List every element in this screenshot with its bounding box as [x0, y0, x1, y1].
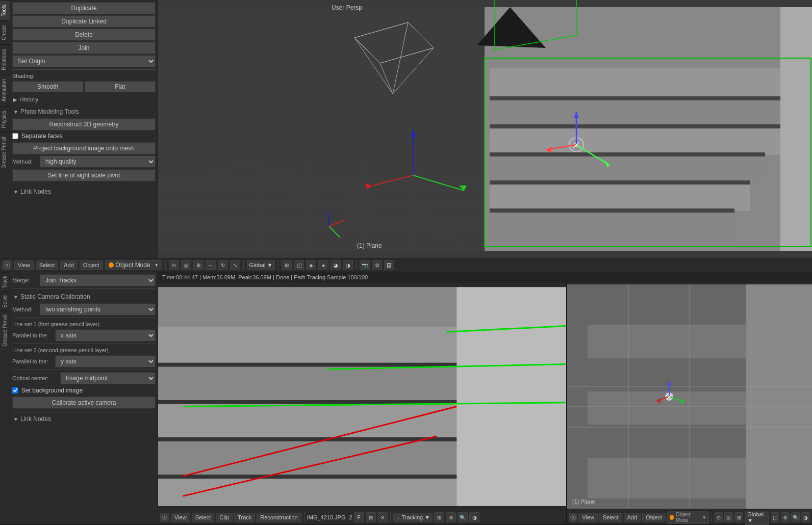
top-section: Tools Create Relations Animation Physics… — [0, 0, 812, 258]
static-camera-content: Method: two vanishing points one vanishi… — [12, 303, 156, 425]
tracking-icon-3[interactable]: ⊞ — [434, 512, 444, 522]
link-nodes-top[interactable]: ▼ Link Nodes — [12, 186, 156, 197]
separate-faces-checkbox[interactable] — [12, 133, 18, 139]
sidebar-tab-animation[interactable]: Animation — [0, 74, 10, 106]
add-btn-right[interactable]: Add — [624, 513, 641, 522]
settings-icon[interactable]: ⚙ — [372, 260, 382, 270]
material-icon[interactable]: ◕ — [331, 260, 341, 270]
transform-space-select[interactable]: Global ▼ — [247, 260, 275, 270]
xray-icon[interactable]: ◈ — [306, 260, 316, 270]
smooth-button[interactable]: Smooth — [12, 81, 84, 92]
parallel-select-1[interactable]: x axis y axis z axis — [55, 329, 156, 342]
calibrate-button[interactable]: Calibrate active camera — [12, 397, 156, 409]
set-background-checkbox[interactable] — [12, 387, 18, 393]
tab-grease-pencil[interactable]: Grease Pencil — [1, 311, 9, 350]
flat-button[interactable]: Flat — [85, 81, 156, 92]
mode-selector-right[interactable]: Object Mode ▼ — [667, 511, 709, 524]
merge-select[interactable]: Join Tracks — [40, 274, 156, 286]
viewport-bottom-left[interactable] — [158, 282, 567, 511]
duplicate-linked-button[interactable]: Duplicate Linked — [12, 15, 156, 28]
mode-selector[interactable]: Object Mode ▼ — [105, 260, 162, 270]
sidebar-tab-tools[interactable]: Tools — [0, 0, 10, 20]
tracking-icon-4[interactable]: ⚙ — [446, 512, 456, 522]
clip-btn-bottom[interactable]: Clip — [216, 513, 233, 522]
svg-rect-15 — [490, 127, 780, 155]
merge-label: Merge: — [12, 277, 38, 283]
object-menu[interactable]: Object — [80, 260, 103, 270]
sidebar-tabs-bottom: Track Solve Grease Pencil — [0, 272, 10, 524]
svg-rect-20 — [490, 124, 780, 128]
rotate-icon[interactable]: ↻ — [218, 260, 228, 270]
track-btn-bottom[interactable]: Track — [234, 513, 255, 522]
scale-icon[interactable]: ⤡ — [230, 260, 240, 270]
right-overlay-icon[interactable]: ◫ — [771, 512, 779, 522]
tracking-icon-5[interactable]: 🔍 — [458, 512, 468, 522]
grid-icon[interactable]: ⊞ — [282, 260, 292, 270]
object-btn-right[interactable]: Object — [642, 513, 666, 522]
select-menu[interactable]: Select — [36, 260, 59, 270]
viewport-top[interactable]: User Persp — [158, 0, 812, 258]
snap-icon[interactable]: ⊙ — [169, 260, 179, 270]
set-origin-select[interactable]: Set Origin Origin to Geometry Origin to … — [12, 55, 156, 67]
tracking-icon-6[interactable]: ◑ — [469, 512, 479, 522]
right-snap-icon[interactable]: ⊙ — [715, 512, 723, 522]
tracking-mode-select[interactable]: ↔ Tracking ▼ — [393, 513, 433, 522]
clip-editor-icon[interactable] — [160, 513, 169, 522]
join-button[interactable]: Join — [12, 42, 156, 54]
right-render-icon[interactable]: 🔍 — [791, 512, 800, 522]
camera-icon[interactable]: 📷 — [360, 260, 370, 270]
magnet-icon[interactable]: ⊞ — [193, 260, 204, 270]
sidebar-tab-create[interactable]: Create — [0, 20, 10, 44]
right-settings-icon[interactable]: ⚙ — [781, 512, 790, 522]
right-grid-icon[interactable]: ⊞ — [734, 512, 743, 522]
svg-rect-14 — [490, 99, 796, 127]
viewport-bottom-right[interactable]: (1) Plane — [567, 282, 812, 511]
f-icon[interactable]: F — [354, 512, 364, 522]
right-global-select[interactable]: Global ▼ — [745, 510, 769, 525]
select-btn-bottom[interactable]: Select — [192, 513, 215, 522]
view-menu[interactable]: View — [14, 260, 34, 270]
overlay-icon[interactable]: ◫ — [294, 260, 304, 270]
view-btn-bottom[interactable]: View — [171, 513, 190, 522]
photo-modeling-header[interactable]: ▼ Photo Modeling Tools — [12, 106, 156, 117]
svg-rect-66 — [456, 287, 566, 506]
delete-button[interactable]: Delete — [12, 29, 156, 41]
method-select-top[interactable]: high quality fast — [40, 155, 156, 168]
optical-center-select[interactable]: Image midpoint Manual — [60, 372, 156, 384]
toolbar-mode-icon[interactable] — [2, 260, 12, 270]
tab-track[interactable]: Track — [1, 272, 9, 292]
select-btn-right[interactable]: Select — [599, 513, 622, 522]
set-line-button[interactable]: Set line of sight scale pivot — [12, 169, 156, 181]
viewport-label-top: User Persp — [332, 4, 362, 11]
tracking-icon-1[interactable]: ⊞ — [366, 512, 376, 522]
sidebar-tab-grease-pencil[interactable]: Grease Pencil — [0, 132, 10, 173]
add-menu[interactable]: Add — [60, 260, 78, 270]
proportional-icon[interactable]: ◎ — [181, 260, 191, 270]
right-prop-icon[interactable]: ◎ — [724, 512, 733, 522]
photo-modeling-arrow: ▼ — [13, 109, 18, 115]
static-camera-header[interactable]: ▼ Static Camera Calibration — [12, 291, 156, 302]
project-bg-button[interactable]: Project background image onto mesh — [12, 142, 156, 154]
transform-icon[interactable]: ↔ — [206, 260, 216, 270]
tab-solve[interactable]: Solve — [1, 292, 9, 311]
sidebar-tab-physics[interactable]: Physics — [0, 106, 10, 132]
sidebar-tab-relations[interactable]: Relations — [0, 44, 10, 74]
tracking-icon-2[interactable]: ✕ — [377, 512, 388, 522]
reconstruction-btn-bottom[interactable]: Reconstruction — [257, 513, 301, 522]
svg-rect-79 — [746, 284, 812, 509]
history-header[interactable]: ▶ History — [12, 94, 156, 105]
parallel-select-2[interactable]: x axis y axis z axis — [55, 355, 156, 368]
view-btn-right[interactable]: View — [578, 513, 598, 522]
right-cam-icon[interactable]: ◑ — [801, 512, 810, 522]
solid-icon[interactable]: ● — [318, 260, 328, 270]
status-text: Time:00:44.47 | Mem:36.09M, Peak:36.09M … — [162, 274, 368, 280]
reconstruct-button[interactable]: Reconstruct 3D geometry — [12, 118, 156, 130]
duplicate-button[interactable]: Duplicate — [12, 2, 156, 14]
link-nodes-bottom[interactable]: ▼ Link Nodes — [12, 413, 156, 425]
render-icon[interactable]: ◑ — [343, 260, 353, 270]
method-select-bottom[interactable]: two vanishing points one vanishing point… — [40, 303, 156, 316]
left-sidebar-bottom: Track Solve Grease Pencil Merge: Join Tr… — [0, 272, 158, 524]
3d-icon-right[interactable] — [569, 513, 577, 522]
sidebar-content-top: Duplicate Duplicate Linked Delete Join S… — [10, 0, 158, 258]
render2-icon[interactable]: 🖼 — [384, 260, 394, 270]
